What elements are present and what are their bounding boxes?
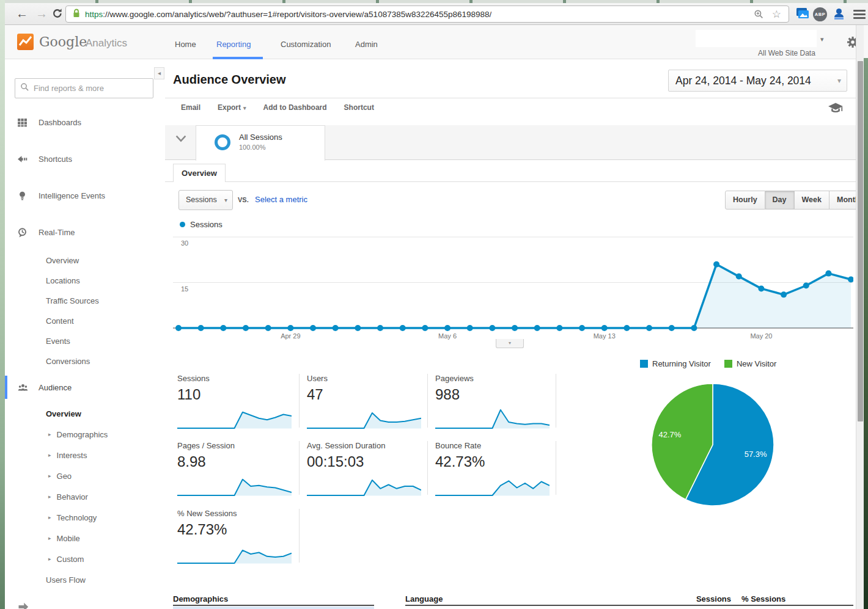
sidebar-item-label: Dashboards <box>39 118 81 127</box>
card-sparkline <box>435 474 550 497</box>
card-label: Users <box>307 374 426 383</box>
action-add-to-dashboard[interactable]: Add to Dashboard <box>263 103 327 112</box>
action-export[interactable]: Export▾ <box>218 103 246 112</box>
returning-visitor-swatch-icon <box>640 360 648 368</box>
language-heading: Language <box>405 594 443 604</box>
sidebar-item-label: Intelligence Events <box>39 191 105 200</box>
sidebar-item-conversions[interactable]: Conversions <box>5 351 165 371</box>
view-name: All Web Site Data <box>758 49 815 57</box>
sidebar-item-interests[interactable]: ▸Interests <box>5 445 165 465</box>
segment-chevron-icon[interactable] <box>175 134 191 150</box>
card-sparkline <box>307 407 421 430</box>
browser-menu-icon[interactable] <box>853 10 866 21</box>
sidebar-item-intelligence-events[interactable]: Intelligence Events <box>5 177 165 214</box>
sidebar-item-label: Behavior <box>57 492 88 501</box>
card-column-divider <box>299 374 300 428</box>
granularity-day[interactable]: Day <box>765 191 795 210</box>
sidebar-collapse-icon[interactable]: ◂ <box>154 67 164 79</box>
sidebar-item-shortcuts[interactable]: Shortcuts <box>5 140 165 177</box>
expand-arrow-icon: ▸ <box>48 535 51 541</box>
sidebar-item-custom[interactable]: ▸Custom <box>5 549 165 569</box>
back-icon[interactable]: ← <box>13 5 31 22</box>
sidebar-item-mobile[interactable]: ▸Mobile <box>5 528 165 549</box>
card-value: 8.98 <box>177 453 296 470</box>
sidebar-item-locations[interactable]: Locations <box>5 271 165 291</box>
date-range-selector[interactable]: Apr 24, 2014 - May 24, 2014 ▾ <box>668 70 847 92</box>
avatar-extension-icon[interactable] <box>832 7 847 21</box>
action-label: Export <box>218 103 241 112</box>
desktop-wallpaper-left-edge <box>0 0 5 609</box>
visitor-pie-chart[interactable]: 57.3%42.7% <box>649 381 777 509</box>
ga-logo-icon[interactable] <box>17 34 34 50</box>
sidebar-item-events[interactable]: Events <box>5 331 165 351</box>
sidebar-item-label: Overview <box>46 256 79 265</box>
page-scrollbar[interactable] <box>856 25 864 609</box>
segment-all-sessions[interactable]: All Sessions 100.00% <box>196 125 325 161</box>
demographics-selected-row[interactable] <box>173 607 374 609</box>
sidebar-item-demographics[interactable]: ▸Demographics <box>5 424 165 445</box>
shortcuts-icon <box>17 154 28 164</box>
sessions-line-chart[interactable]: 3015Apr 29May 6May 13May 20 <box>173 236 853 343</box>
action-shortcut[interactable]: Shortcut <box>344 103 374 112</box>
svg-text:42.7%: 42.7% <box>658 430 681 439</box>
realtime-icon <box>17 227 28 238</box>
metric-dropdown[interactable]: Sessions ▾ <box>178 190 233 210</box>
select-metric-link[interactable]: Select a metric <box>255 195 307 204</box>
granularity-hourly[interactable]: Hourly <box>725 191 765 210</box>
account-caret-icon[interactable]: ▾ <box>820 35 824 43</box>
padlock-icon <box>72 8 81 21</box>
date-caret-icon: ▾ <box>837 76 841 85</box>
dropdown-caret-icon: ▾ <box>224 191 227 210</box>
nav-customization[interactable]: Customization <box>281 40 331 49</box>
card-users: Users47 <box>307 374 426 432</box>
sidebar-item-users-flow[interactable]: Users Flow <box>5 569 165 590</box>
nav-reporting[interactable]: Reporting <box>216 40 251 49</box>
legend-new-visitor: New Visitor <box>724 359 777 368</box>
legend-label: Returning Visitor <box>652 359 711 368</box>
sidebar-item-technology[interactable]: ▸Technology <box>5 507 165 528</box>
adblock-plus-icon[interactable]: ABP <box>813 7 828 22</box>
sidebar-item-traffic-sources[interactable]: Traffic Sources <box>5 291 165 311</box>
url-bar[interactable]: https://www.google.com/analytics/web/?au… <box>65 5 789 23</box>
main-content: Audience Overview Apr 24, 2014 - May 24,… <box>165 59 856 609</box>
bookmark-star-icon[interactable]: ☆ <box>772 8 781 21</box>
sidebar-item-overview[interactable]: Overview <box>5 250 165 271</box>
expand-arrow-icon: ▸ <box>48 514 51 520</box>
zoom-page-icon[interactable] <box>754 9 764 22</box>
card-sessions: Sessions110 <box>177 374 296 432</box>
images-extension-icon[interactable] <box>795 7 809 21</box>
nav-admin[interactable]: Admin <box>355 40 378 49</box>
new-visitor-swatch-icon <box>724 360 732 368</box>
card-column-divider <box>556 374 556 428</box>
account-selector-redacted[interactable] <box>696 30 817 47</box>
sidebar-item-label: Demographics <box>57 430 108 439</box>
sidebar-item-content[interactable]: Content <box>5 311 165 331</box>
url-text: https://www.google.com/analytics/web/?au… <box>85 10 491 19</box>
scrollbar-thumb[interactable] <box>858 61 863 421</box>
sidebar-item-real-time[interactable]: Real-Time <box>5 214 165 250</box>
legend-returning-visitor: Returning Visitor <box>640 359 711 368</box>
sidebar-item-overview[interactable]: Overview <box>5 403 165 424</box>
sidebar-item-audience[interactable]: Audience <box>5 371 165 403</box>
education-cap-icon[interactable] <box>828 101 844 114</box>
sidebar-item-dashboards[interactable]: Dashboards <box>5 104 165 140</box>
sidebar-item-geo[interactable]: ▸Geo <box>5 465 165 486</box>
segment-band: All Sessions 100.00% <box>165 125 856 160</box>
tab-overview[interactable]: Overview <box>173 164 226 182</box>
card-value: 110 <box>177 386 296 403</box>
forward-icon[interactable]: → <box>33 5 50 22</box>
nav-home[interactable]: Home <box>175 40 196 49</box>
sidebar-search-input[interactable]: Find reports & more <box>15 78 153 98</box>
pie-legend: Returning VisitorNew Visitor <box>640 359 776 368</box>
refresh-icon[interactable] <box>49 5 66 22</box>
action-email[interactable]: Email <box>181 103 200 112</box>
granularity-week[interactable]: Week <box>795 191 829 210</box>
date-range-text: Apr 24, 2014 - May 24, 2014 <box>675 75 811 87</box>
sidebar-item-behavior[interactable]: ▸Behavior <box>5 486 165 507</box>
sidebar-item-label: Conversions <box>46 357 90 366</box>
sessions-column-header: Sessions <box>693 594 731 604</box>
sidebar-item-label: Overview <box>46 409 81 418</box>
timeline-expander[interactable]: ▾ <box>496 339 524 348</box>
card-label: % New Sessions <box>177 509 296 518</box>
metric-dropdown-value: Sessions <box>186 195 217 204</box>
